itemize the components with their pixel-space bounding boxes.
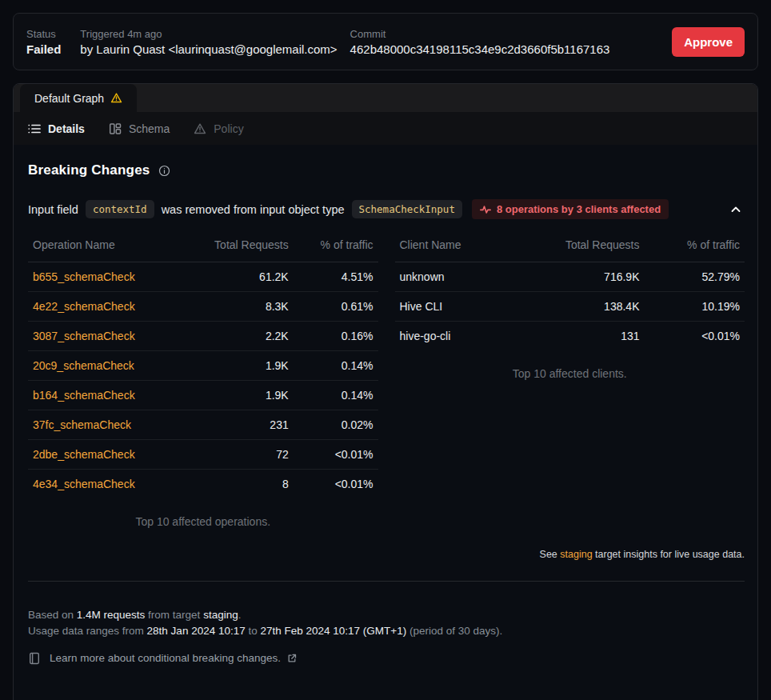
table-row: Hive CLI 138.4K 10.19% (395, 292, 745, 322)
operation-link[interactable]: b655_schemaCheck (33, 270, 135, 283)
policy-warning-icon (194, 122, 206, 135)
operation-traffic: 4.51% (294, 262, 378, 292)
col-traffic: % of traffic (294, 238, 378, 262)
operation-link[interactable]: 4e22_schemaCheck (33, 300, 135, 313)
operation-link[interactable]: 3087_schemaCheck (33, 330, 135, 342)
clients-header-row: Client Name Total Requests % of traffic (395, 238, 745, 262)
tab-schema-label: Schema (129, 122, 170, 135)
tab-schema[interactable]: Schema (109, 122, 170, 135)
type-code-badge: SchemaCheckInput (352, 200, 462, 218)
client-traffic: 10.19% (644, 292, 745, 322)
tab-policy-label: Policy (214, 122, 243, 135)
field-code-badge: contextId (86, 200, 154, 218)
operation-link[interactable]: b164_schemaCheck (33, 389, 135, 402)
table-row: 2dbe_schemaCheck 72 <0.01% (28, 440, 378, 470)
table-row: 4e22_schemaCheck 8.3K 0.61% (28, 292, 378, 322)
insights-note: See staging target insights for live usa… (28, 549, 745, 560)
operation-requests: 1.9K (180, 351, 294, 381)
operation-requests: 231 (180, 410, 294, 440)
operation-requests: 2.2K (180, 322, 294, 351)
operation-link[interactable]: 4e34_schemaCheck (33, 478, 135, 490)
operation-traffic: 0.14% (294, 351, 378, 381)
collapse-button[interactable] (727, 201, 745, 218)
target-name: staging (203, 609, 238, 621)
breaking-changes-heading-row: Breaking Changes (28, 162, 745, 178)
col-operation-name: Operation Name (28, 238, 180, 262)
learn-more-label: Learn more about conditional breaking ch… (50, 652, 281, 664)
usage-summary-line: Based on 1.4M requests from target stagi… (28, 607, 745, 623)
tab-default-graph[interactable]: Default Graph (20, 84, 137, 112)
status-group: Status Failed (26, 28, 61, 56)
usage-tables: Operation Name Total Requests % of traff… (28, 238, 745, 528)
footer-divider (28, 581, 745, 582)
requests-count: 1.4M requests (77, 609, 146, 621)
operation-link[interactable]: 20c9_schemaCheck (33, 359, 134, 372)
operation-requests: 72 (180, 440, 294, 470)
col-total-requests: Total Requests (509, 238, 645, 262)
schema-icon (109, 122, 122, 135)
operations-header-row: Operation Name Total Requests % of traff… (28, 238, 378, 262)
tab-policy[interactable]: Policy (194, 122, 243, 135)
table-row: unknown 716.9K 52.79% (395, 262, 745, 292)
book-icon (28, 652, 41, 665)
range-suffix-text: (period of 30 days). (406, 625, 502, 637)
operation-requests: 1.9K (180, 381, 294, 410)
operation-link[interactable]: 37fc_schemaCheck (33, 418, 131, 431)
table-row: 37fc_schemaCheck 231 0.02% (28, 410, 378, 440)
client-traffic: 52.79% (644, 262, 745, 292)
operation-requests: 61.2K (180, 262, 294, 292)
operation-traffic: 0.16% (294, 322, 378, 351)
commit-group: Commit 462b48000c34198115c34e9c2d3660f5b… (350, 28, 610, 56)
range-start-date: 28th Jan 2024 10:17 (147, 625, 246, 637)
range-prefix-text: Usage data ranges from (28, 625, 147, 637)
col-client-name: Client Name (395, 238, 509, 262)
operation-traffic: 0.61% (294, 292, 378, 322)
operation-traffic: <0.01% (294, 440, 378, 470)
graph-tabstrip: Default Graph (14, 84, 757, 112)
table-row: 20c9_schemaCheck 1.9K 0.14% (28, 351, 378, 381)
clients-caption: Top 10 affected clients. (395, 367, 745, 380)
operation-link[interactable]: 2dbe_schemaCheck (33, 448, 135, 461)
triggered-label: Triggered 4m ago (80, 28, 337, 40)
operations-table: Operation Name Total Requests % of traff… (28, 238, 378, 499)
client-requests: 138.4K (509, 292, 645, 322)
affected-operations-label: 8 operations by 3 clients affected (497, 203, 661, 215)
col-traffic: % of traffic (644, 238, 745, 262)
change-text-prefix: Input field (28, 203, 78, 216)
table-row: b164_schemaCheck 1.9K 0.14% (28, 381, 378, 410)
client-name: hive-go-cli (395, 322, 509, 351)
range-to-text: to (246, 625, 261, 637)
change-text-middle: was removed from input object type (162, 203, 345, 216)
operation-requests: 8.3K (180, 292, 294, 322)
range-end-date: 27th Feb 2024 10:17 (GMT+1) (260, 625, 406, 637)
info-icon[interactable] (158, 165, 170, 177)
learn-more-link[interactable]: Learn more about conditional breaking ch… (28, 652, 745, 665)
operation-traffic: 0.14% (294, 381, 378, 410)
table-row: hive-go-cli 131 <0.01% (395, 322, 745, 351)
tab-details[interactable]: Details (28, 122, 85, 135)
client-requests: 131 (509, 322, 645, 351)
breaking-change-row: Input field contextId was removed from i… (28, 199, 745, 219)
check-subtabs: Details Schema Policy (14, 112, 757, 145)
insights-note-suffix: target insights for live usage data. (593, 549, 745, 560)
commit-label: Commit (350, 28, 610, 40)
table-row: 4e34_schemaCheck 8 <0.01% (28, 470, 378, 499)
external-link-icon (287, 654, 297, 663)
usage-footer: Based on 1.4M requests from target stagi… (28, 607, 745, 639)
staging-target-link[interactable]: staging (560, 549, 592, 560)
operations-caption: Top 10 affected operations. (28, 515, 378, 528)
approve-button[interactable]: Approve (672, 27, 745, 57)
from-target-text: from target (145, 609, 203, 621)
clients-table: Client Name Total Requests % of traffic … (395, 238, 745, 351)
check-details-card: Default Graph Details (13, 83, 758, 700)
triggered-group: Triggered 4m ago by Laurin Quast <laurin… (80, 28, 337, 56)
operation-traffic: <0.01% (294, 470, 378, 499)
period-dot: . (238, 609, 242, 621)
check-summary-card: Status Failed Triggered 4m ago by Laurin… (13, 13, 758, 70)
table-row: 3087_schemaCheck 2.2K 0.16% (28, 322, 378, 351)
operation-traffic: 0.02% (294, 410, 378, 440)
list-icon (28, 122, 41, 135)
affected-operations-badge[interactable]: 8 operations by 3 clients affected (472, 199, 669, 219)
graph-tab-label: Default Graph (34, 92, 104, 105)
breaking-changes-title: Breaking Changes (28, 162, 150, 178)
